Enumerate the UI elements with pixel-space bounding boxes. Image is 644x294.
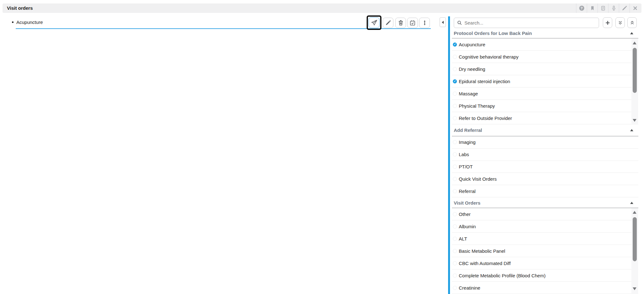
list-item[interactable]: Physical Therapy xyxy=(452,100,638,112)
scroll-up-icon[interactable] xyxy=(633,211,636,214)
unchecked-icon xyxy=(453,274,457,278)
list-item[interactable]: Massage xyxy=(452,88,638,100)
unchecked-icon xyxy=(453,165,457,169)
search-box xyxy=(454,18,599,28)
scroll-down-icon[interactable] xyxy=(633,119,636,122)
list-item-label: Labs xyxy=(459,152,469,157)
section-visit-orders: Visit Orders OtherAlbuminALTBasic Metabo… xyxy=(452,198,638,294)
list-item[interactable]: Cognitive behavioral therapy xyxy=(452,51,638,63)
pencil-icon[interactable] xyxy=(619,3,630,13)
panel-accent-stripe xyxy=(448,16,450,294)
list-item-label: Other xyxy=(459,212,471,217)
section-title: Add Referral xyxy=(452,127,630,133)
section-title: Visit Orders xyxy=(452,200,630,206)
list-item[interactable]: Quick Visit Orders xyxy=(452,173,638,185)
double-chevron-down-icon[interactable] xyxy=(615,17,625,28)
list-item-label: CBC with Automated Diff xyxy=(459,261,511,266)
left-triangle-icon xyxy=(442,21,444,24)
order-list-item[interactable]: Acupuncture xyxy=(12,20,43,25)
bullet-icon xyxy=(12,21,14,23)
list-item[interactable]: Dry needling xyxy=(452,63,638,75)
section-header[interactable]: Add Referral xyxy=(452,124,638,136)
list-item[interactable]: PT/OT xyxy=(452,161,638,173)
list-item-label: Creatinine xyxy=(459,285,480,291)
section-add-referral: Add Referral ImagingLabsPT/OTQuick Visit… xyxy=(452,124,638,197)
calendar-check-button[interactable] xyxy=(407,18,418,28)
checked-icon: ✓ xyxy=(453,79,457,83)
list-item[interactable]: Imaging xyxy=(452,136,638,149)
list-item-label: Referral xyxy=(459,189,475,194)
unchecked-icon xyxy=(453,177,457,181)
scrollbar-thumb[interactable] xyxy=(633,217,637,261)
close-icon[interactable] xyxy=(630,3,640,13)
microphone-icon[interactable] xyxy=(608,3,619,13)
scrollbar[interactable] xyxy=(631,208,638,294)
unchecked-icon xyxy=(453,104,457,108)
list-item[interactable]: Creatinine xyxy=(452,282,638,294)
unchecked-icon xyxy=(453,55,457,59)
list-item-label: PT/OT xyxy=(459,164,473,169)
add-order-button[interactable] xyxy=(603,17,612,28)
list-item-label: ALT xyxy=(459,236,467,241)
list-item[interactable]: ✓Epidural steroid injection xyxy=(452,75,638,88)
edit-order-button[interactable] xyxy=(383,18,393,28)
checked-icon: ✓ xyxy=(453,42,457,47)
list-item-label: Acupuncture xyxy=(459,42,485,47)
list-item[interactable]: CBC with Automated Diff xyxy=(452,257,638,269)
unchecked-icon xyxy=(453,249,457,253)
unchecked-icon xyxy=(453,140,457,144)
delete-order-button[interactable] xyxy=(395,18,406,28)
section-title: Protocol Orders for Low Back Pain xyxy=(452,31,630,36)
scroll-down-icon[interactable] xyxy=(633,287,636,290)
list-item-label: Physical Therapy xyxy=(459,103,495,109)
journal-icon[interactable] xyxy=(597,3,608,13)
section-protocol-orders: Protocol Orders for Low Back Pain ✓Acupu… xyxy=(452,28,638,124)
list-item-label: Imaging xyxy=(459,139,475,145)
collapse-up-icon[interactable] xyxy=(630,129,633,131)
collapse-up-icon[interactable] xyxy=(630,32,633,34)
list-item-label: Cognitive behavioral therapy xyxy=(459,54,519,59)
unchecked-icon xyxy=(453,189,457,193)
order-item-label: Acupuncture xyxy=(16,20,43,25)
list-item[interactable]: ✓Acupuncture xyxy=(452,38,638,51)
list-item-label: Complete Metabolic Profile (Blood Chem) xyxy=(459,273,546,278)
list-item[interactable]: Basic Metabolic Panel xyxy=(452,245,638,257)
double-chevron-up-icon[interactable] xyxy=(627,17,637,28)
list-item[interactable]: Referral xyxy=(452,185,638,197)
unchecked-icon xyxy=(453,116,457,120)
scrollbar-thumb[interactable] xyxy=(633,48,637,93)
panel-collapse-button[interactable] xyxy=(440,17,446,27)
vertical-arrows-button[interactable] xyxy=(419,18,430,28)
collapse-up-icon[interactable] xyxy=(630,202,633,204)
title-bar-actions: ? xyxy=(576,3,640,13)
unchecked-icon xyxy=(453,212,457,216)
bookmark-icon[interactable] xyxy=(587,3,597,13)
unchecked-icon xyxy=(453,224,457,229)
page-title: Visit orders xyxy=(7,3,33,13)
search-icon xyxy=(457,20,462,25)
list-item[interactable]: ALT xyxy=(452,233,638,245)
scrollbar[interactable] xyxy=(631,39,638,125)
unchecked-icon xyxy=(453,261,457,265)
scroll-up-icon[interactable] xyxy=(633,42,636,44)
list-item-label: Epidural steroid injection xyxy=(459,79,510,84)
selected-order-underline xyxy=(16,28,431,29)
section-header[interactable]: Protocol Orders for Low Back Pain xyxy=(452,28,638,38)
send-order-button[interactable] xyxy=(369,17,380,28)
list-item-label: Basic Metabolic Panel xyxy=(459,248,505,254)
search-input[interactable] xyxy=(462,18,599,28)
unchecked-icon xyxy=(453,237,457,241)
list-item[interactable]: Other xyxy=(452,208,638,220)
list-item-label: Refer to Outside Provider xyxy=(459,116,512,121)
help-icon[interactable]: ? xyxy=(576,3,587,13)
unchecked-icon xyxy=(453,92,457,96)
list-item-label: Quick Visit Orders xyxy=(459,176,497,182)
list-item-label: Albumin xyxy=(459,224,476,229)
section-header[interactable]: Visit Orders xyxy=(452,198,638,208)
list-item[interactable]: Complete Metabolic Profile (Blood Chem) xyxy=(452,269,638,282)
list-item[interactable]: Albumin xyxy=(452,220,638,233)
unchecked-icon xyxy=(453,67,457,71)
list-item[interactable]: Labs xyxy=(452,149,638,161)
list-item[interactable]: Refer to Outside Provider xyxy=(452,112,638,124)
list-item-label: Massage xyxy=(459,91,478,96)
